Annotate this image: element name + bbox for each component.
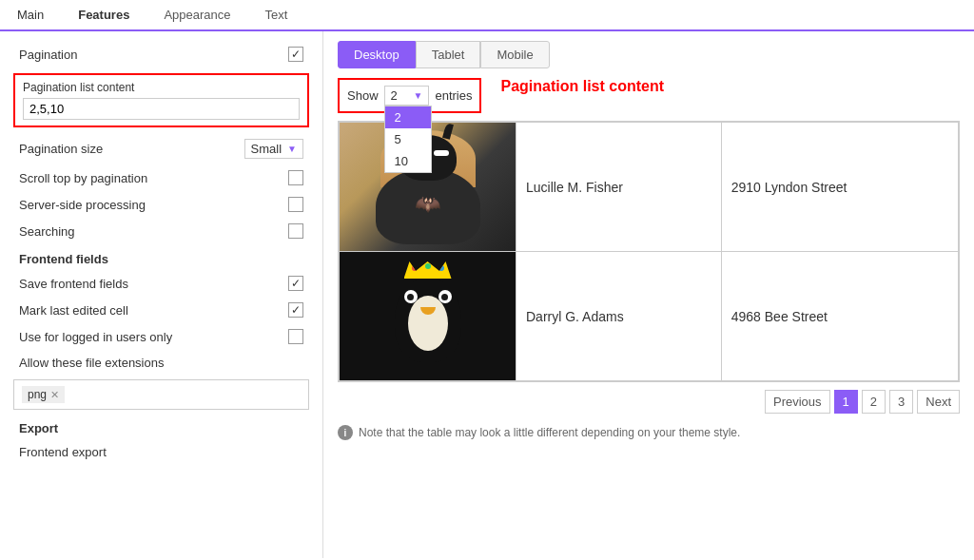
- tab-tablet[interactable]: Tablet: [416, 41, 481, 68]
- tag-value: png: [28, 388, 47, 401]
- penguin-figure: [385, 261, 471, 371]
- row2-image-cell: [339, 252, 516, 382]
- logged-in-label: Use for logged in users only: [19, 330, 288, 344]
- table-footer: Previous 1 2 3 Next: [338, 382, 960, 421]
- tag-png: png ✕: [22, 386, 65, 403]
- tab-mobile[interactable]: Mobile: [480, 41, 549, 68]
- tag-remove-icon[interactable]: ✕: [50, 389, 59, 401]
- tab-text[interactable]: Text: [248, 0, 305, 29]
- show-dropdown[interactable]: 2 ▼: [384, 86, 430, 106]
- dropdown-option-5[interactable]: 5: [385, 128, 431, 150]
- searching-checkbox[interactable]: [288, 223, 303, 239]
- searching-label: Searching: [19, 224, 288, 239]
- pagination-size-select[interactable]: Small ▼: [244, 139, 303, 159]
- server-side-checkbox[interactable]: [288, 197, 303, 212]
- logged-in-checkbox[interactable]: [288, 329, 303, 344]
- row1-address: 2910 Lyndon Street: [731, 180, 847, 195]
- chevron-down-icon: ▼: [287, 144, 297, 154]
- server-side-row: Server-side processing: [0, 191, 322, 218]
- next-button[interactable]: Next: [917, 390, 960, 414]
- crown-gem-red: [412, 265, 418, 271]
- pagination-size-label: Pagination size: [19, 142, 103, 156]
- table-row: Darryl G. Adams 4968 Bee Street: [339, 252, 959, 382]
- page-1-button[interactable]: 1: [834, 390, 858, 414]
- tab-desktop[interactable]: Desktop: [338, 41, 416, 68]
- frontend-export-label: Frontend export: [19, 445, 303, 459]
- crown-gem-green: [425, 263, 431, 269]
- mark-edited-checkbox[interactable]: [288, 302, 303, 318]
- file-extensions-label: Allow these file extensions: [19, 356, 303, 370]
- main-layout: Pagination Pagination list content Pagin…: [0, 31, 974, 558]
- tab-main[interactable]: Main: [0, 0, 61, 29]
- tab-features[interactable]: Features: [61, 0, 146, 29]
- table-row: 🦇: [339, 122, 959, 252]
- row1-name: Lucille M. Fisher: [526, 180, 623, 195]
- mark-edited-row: Mark last edited cell: [0, 297, 322, 323]
- dropdown-option-10[interactable]: 10: [385, 150, 431, 172]
- pagination-list-input[interactable]: [23, 98, 300, 120]
- note-text: Note that the table may look a little di…: [359, 426, 740, 439]
- export-header: Export: [0, 414, 322, 439]
- save-frontend-row: Save frontend fields: [0, 270, 322, 297]
- penguin-belly: [408, 296, 448, 351]
- penguin-body: [395, 277, 461, 362]
- dropdown-option-2[interactable]: 2: [385, 106, 431, 128]
- scroll-top-row: Scroll top by pagination: [0, 164, 322, 191]
- top-nav: Main Features Appearance Text: [0, 0, 974, 31]
- penguin-pupil-right: [441, 294, 448, 300]
- penguin-image: [340, 252, 516, 380]
- show-area-wrapper: Show 2 ▼ 2 5 10 entries Pagination list …: [338, 78, 960, 113]
- frontend-fields-header: Frontend fields: [0, 244, 322, 270]
- pagination-checkbox[interactable]: [288, 47, 303, 62]
- page-2-button[interactable]: 2: [862, 390, 886, 414]
- show-dropdown-menu: 2 5 10: [384, 106, 432, 173]
- pagination-size-row: Pagination size Small ▼: [0, 133, 322, 164]
- scroll-top-label: Scroll top by pagination: [19, 171, 288, 185]
- server-side-label: Server-side processing: [19, 198, 288, 212]
- info-icon: i: [338, 425, 353, 440]
- penguin-pupil-left: [407, 294, 414, 300]
- row2-name: Darryl G. Adams: [526, 309, 624, 324]
- pagination-row: Pagination: [0, 41, 322, 68]
- previous-button[interactable]: Previous: [765, 390, 830, 414]
- penguin-eye-left: [404, 290, 418, 303]
- scroll-top-checkbox[interactable]: [288, 170, 303, 185]
- crown-gem-blue: [438, 265, 444, 271]
- row1-name-cell: Lucille M. Fisher: [516, 122, 722, 252]
- row2-name-cell: Darryl G. Adams: [516, 252, 722, 382]
- mark-edited-label: Mark last edited cell: [19, 303, 288, 318]
- save-frontend-checkbox[interactable]: [288, 276, 303, 291]
- show-value: 2: [391, 88, 410, 103]
- tab-appearance[interactable]: Appearance: [146, 0, 247, 29]
- searching-row: Searching: [0, 218, 322, 244]
- bat-symbol: 🦇: [415, 192, 440, 217]
- row2-address: 4968 Bee Street: [731, 309, 828, 324]
- pagination-list-box: Pagination list content: [13, 73, 309, 127]
- show-entries-box: Show 2 ▼ 2 5 10 entries: [338, 78, 481, 113]
- show-dropdown-wrapper: 2 ▼ 2 5 10: [384, 86, 430, 106]
- chevron-down-icon: ▼: [414, 90, 423, 101]
- left-panel: Pagination Pagination list content Pagin…: [0, 31, 323, 558]
- penguin-eye-right: [438, 290, 452, 303]
- file-extensions-row: Allow these file extensions: [0, 350, 322, 376]
- right-panel: Desktop Tablet Mobile Show 2 ▼ 2 5 10: [323, 31, 974, 558]
- show-label: Show: [347, 88, 379, 103]
- note-row: i Note that the table may look a little …: [338, 425, 960, 440]
- pagination-size-value: Small: [251, 142, 282, 156]
- row2-addr-cell: 4968 Bee Street: [721, 252, 959, 382]
- page-3-button[interactable]: 3: [889, 390, 913, 414]
- batman-eye-right: [434, 150, 449, 156]
- pagination-label: Pagination: [19, 48, 288, 62]
- penguin-crown: [404, 261, 452, 279]
- logged-in-row: Use for logged in users only: [0, 323, 322, 350]
- save-frontend-label: Save frontend fields: [19, 277, 288, 291]
- row1-addr-cell: 2910 Lyndon Street: [721, 122, 959, 252]
- file-extensions-input[interactable]: png ✕: [13, 379, 309, 410]
- device-tabs: Desktop Tablet Mobile: [338, 41, 960, 68]
- frontend-export-row: Frontend export: [0, 439, 322, 465]
- pagination-list-content-label: Pagination list content: [500, 78, 664, 95]
- entries-label: entries: [435, 88, 472, 103]
- pagination-list-label: Pagination list content: [23, 81, 300, 94]
